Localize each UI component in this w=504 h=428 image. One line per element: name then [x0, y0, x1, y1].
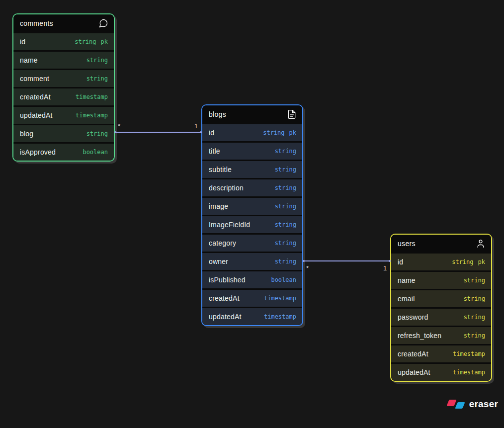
field-row-createdAt[interactable]: createdAttimestamp	[202, 290, 302, 307]
field-type: boolean	[83, 149, 108, 156]
field-name: blog	[20, 130, 33, 138]
field-type-value: string	[464, 332, 485, 339]
field-type-value: string	[275, 184, 296, 191]
field-type-value: string	[452, 258, 473, 265]
field-type-value: string	[275, 221, 296, 228]
field-name: description	[209, 184, 244, 192]
entity-comments[interactable]: commentsidstringpknamestringcommentstrin…	[12, 13, 115, 162]
field-row-ImageFieldId[interactable]: ImageFieldIdstring	[202, 216, 302, 233]
field-row-name[interactable]: namestring	[391, 272, 491, 289]
field-key: pk	[101, 38, 108, 45]
field-type-value: string	[464, 295, 485, 302]
field-row-id[interactable]: idstringpk	[13, 33, 114, 50]
relationship-line-blogs-users[interactable]	[303, 260, 390, 261]
field-name: updatedAt	[398, 368, 430, 376]
field-name: email	[398, 295, 415, 303]
eraser-watermark: eraser	[446, 399, 498, 410]
field-name: comment	[20, 75, 49, 83]
eraser-logo-blue-shape	[455, 402, 465, 409]
field-name: subtitle	[209, 166, 232, 173]
field-name: password	[398, 313, 428, 321]
cardinality-label: *	[306, 264, 309, 272]
field-name: image	[209, 202, 228, 210]
field-type: boolean	[271, 276, 296, 283]
field-type: string	[464, 332, 485, 339]
entity-header[interactable]: comments	[13, 14, 114, 32]
field-row-description[interactable]: descriptionstring	[202, 179, 302, 196]
field-type: string	[275, 148, 296, 155]
field-name: updatedAt	[20, 111, 53, 119]
field-type-value: timestamp	[76, 93, 108, 100]
entity-users[interactable]: usersidstringpknamestringemailstringpass…	[390, 234, 492, 382]
field-row-createdAt[interactable]: createdAttimestamp	[13, 88, 114, 105]
eraser-wordmark: eraser	[469, 399, 498, 410]
field-row-id[interactable]: idstringpk	[391, 254, 491, 270]
entity-title: comments	[20, 19, 53, 27]
field-type: stringpk	[263, 129, 296, 136]
field-name: id	[398, 258, 403, 266]
eraser-logo-icon	[446, 399, 465, 410]
field-name: name	[20, 56, 38, 64]
diagram-canvas[interactable]: eraser commentsidstringpknamestringcomme…	[0, 0, 504, 428]
field-name: createdAt	[398, 350, 428, 358]
field-type: string	[86, 75, 108, 82]
entity-blogs[interactable]: blogsidstringpktitlestringsubtitlestring…	[201, 104, 303, 326]
field-type: timestamp	[453, 369, 485, 376]
field-type: timestamp	[264, 313, 296, 320]
cardinality-label: *	[118, 122, 120, 130]
entity-header[interactable]: users	[391, 235, 491, 252]
field-type-value: timestamp	[453, 350, 485, 357]
field-row-isApproved[interactable]: isApprovedboolean	[13, 144, 114, 161]
user-icon	[476, 239, 486, 249]
field-type-value: string	[86, 130, 108, 137]
field-type-value: string	[75, 38, 96, 45]
field-type: string	[275, 258, 296, 265]
field-row-comment[interactable]: commentstring	[13, 70, 114, 87]
relationship-line-comments-blogs[interactable]	[115, 132, 201, 133]
field-row-isPublished[interactable]: isPublishedboolean	[202, 271, 302, 288]
field-row-owner[interactable]: ownerstring	[202, 253, 302, 270]
eraser-logo-red-shape	[446, 400, 456, 406]
field-row-updatedAt[interactable]: updatedAttimestamp	[202, 308, 302, 325]
field-type: string	[275, 240, 296, 247]
field-type-value: timestamp	[264, 295, 296, 302]
field-type: string	[275, 203, 296, 210]
field-row-password[interactable]: passwordstring	[391, 309, 491, 326]
field-name: isApproved	[20, 148, 56, 156]
field-type: string	[275, 221, 296, 228]
field-row-updatedAt[interactable]: updatedAttimestamp	[391, 364, 491, 381]
field-type: timestamp	[264, 295, 296, 302]
field-type-value: string	[263, 129, 284, 136]
cardinality-label: 1	[383, 264, 387, 272]
field-name: updatedAt	[209, 313, 242, 321]
field-type: stringpk	[452, 258, 485, 265]
field-type-value: string	[275, 203, 296, 210]
field-type: timestamp	[76, 112, 108, 119]
field-row-subtitle[interactable]: subtitlestring	[202, 161, 302, 178]
field-type-value: string	[464, 314, 485, 321]
field-name: category	[209, 239, 236, 247]
field-row-id[interactable]: idstringpk	[202, 124, 302, 141]
field-type-value: timestamp	[264, 313, 296, 320]
field-row-category[interactable]: categorystring	[202, 235, 302, 252]
field-row-title[interactable]: titlestring	[202, 143, 302, 160]
field-type: string	[464, 295, 485, 302]
field-row-refresh_token[interactable]: refresh_tokenstring	[391, 327, 491, 344]
field-type-value: timestamp	[453, 369, 485, 376]
field-name: title	[209, 147, 220, 155]
field-row-email[interactable]: emailstring	[391, 290, 491, 307]
field-name: createdAt	[209, 294, 240, 302]
field-type-value: string	[464, 277, 485, 284]
field-row-blog[interactable]: blogstring	[13, 125, 114, 142]
field-type: stringpk	[75, 38, 108, 45]
field-name: owner	[209, 257, 228, 265]
field-row-name[interactable]: namestring	[13, 52, 114, 69]
field-type-value: string	[86, 75, 108, 82]
field-type-value: string	[86, 57, 108, 64]
field-row-updatedAt[interactable]: updatedAttimestamp	[13, 107, 114, 124]
field-type: string	[86, 130, 108, 137]
field-type: string	[275, 184, 296, 191]
entity-header[interactable]: blogs	[202, 105, 302, 123]
field-row-image[interactable]: imagestring	[202, 198, 302, 215]
field-row-createdAt[interactable]: createdAttimestamp	[391, 345, 491, 362]
